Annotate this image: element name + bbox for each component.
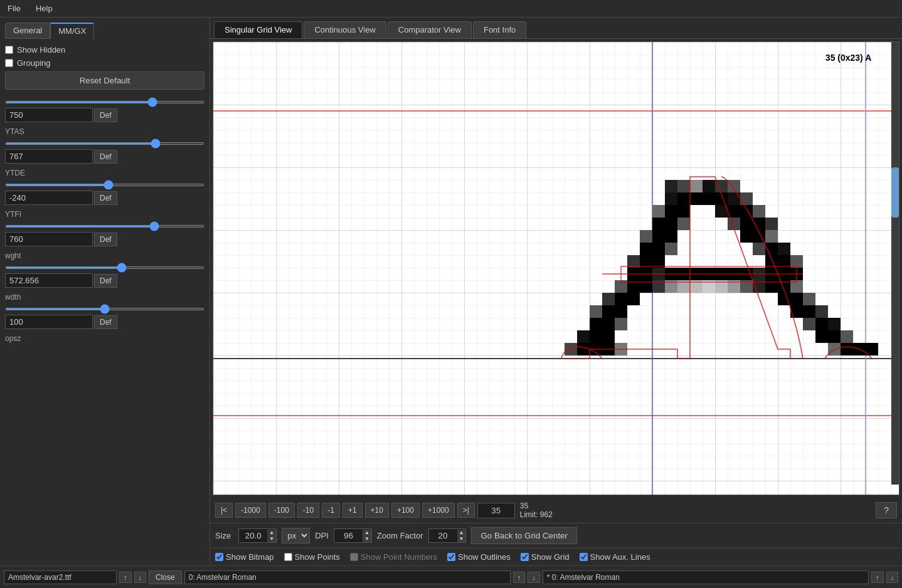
def-btn-1[interactable]: Def xyxy=(94,108,117,122)
svg-rect-96 xyxy=(803,318,815,330)
value-input-ytas[interactable] xyxy=(5,149,93,164)
slider-1[interactable] xyxy=(5,101,204,103)
bottom-font-down-arrow[interactable]: ↓ xyxy=(528,572,540,583)
value-input-wdth[interactable] xyxy=(5,315,93,329)
slider-label-ytas: YTAS xyxy=(5,127,204,136)
menu-file[interactable]: File xyxy=(5,3,23,14)
bottom-up-arrow[interactable]: ↑ xyxy=(119,572,132,583)
svg-rect-95 xyxy=(615,318,627,330)
bottom-bar: ↑ ↓ Close ↑ ↓ ↑ ↓ xyxy=(0,565,902,588)
font-left-input[interactable] xyxy=(184,570,511,584)
def-btn-wght[interactable]: Def xyxy=(94,274,117,288)
svg-rect-48 xyxy=(652,255,665,268)
zoom-input[interactable] xyxy=(429,529,457,542)
tab-comparator-view[interactable]: Comparator View xyxy=(388,21,472,38)
bottom-font-up-arrow[interactable]: ↑ xyxy=(513,572,526,583)
svg-rect-51 xyxy=(790,255,803,268)
nav-plus1-button[interactable]: +1 xyxy=(342,503,363,518)
show-point-numbers-checkbox[interactable] xyxy=(350,553,358,561)
svg-rect-19 xyxy=(740,192,753,205)
size-up-arrow[interactable]: ▲ xyxy=(267,530,276,536)
value-input-wght[interactable] xyxy=(5,273,93,288)
zoom-label: Zoom Factor xyxy=(377,531,423,540)
unit-select[interactable]: px pt xyxy=(282,528,310,543)
svg-rect-85 xyxy=(790,293,803,305)
nav-minus100-button[interactable]: -100 xyxy=(268,503,295,518)
size-stepper[interactable]: ▲ ▼ xyxy=(238,528,277,543)
value-input-ytfi[interactable] xyxy=(5,232,93,246)
zoom-down-arrow[interactable]: ▼ xyxy=(457,536,466,542)
show-bitmap-checkbox[interactable] xyxy=(215,553,223,561)
close-button[interactable]: Close xyxy=(149,570,182,584)
tab-font-info[interactable]: Font Info xyxy=(473,21,526,38)
sidebar: General MM/GX Show Hidden Grouping Reset… xyxy=(0,18,210,565)
nav-last-button[interactable]: >| xyxy=(457,503,475,518)
svg-rect-46 xyxy=(627,255,640,268)
canvas-container[interactable]: 35 (0x23) A xyxy=(213,41,899,495)
nav-display-value: 35 xyxy=(520,501,553,510)
svg-rect-12 xyxy=(728,180,740,192)
slider-ytas[interactable] xyxy=(5,142,204,145)
svg-rect-21 xyxy=(665,205,677,218)
slider-ytfi[interactable] xyxy=(5,225,204,228)
size-input[interactable] xyxy=(239,529,267,542)
show-hidden-row: Show Hidden xyxy=(5,45,204,55)
tab-general[interactable]: General xyxy=(5,23,50,39)
dpi-up-arrow[interactable]: ▲ xyxy=(363,530,371,536)
nav-plus100-button[interactable]: +100 xyxy=(391,503,420,518)
svg-rect-34 xyxy=(640,230,652,243)
svg-rect-13 xyxy=(665,192,677,205)
vertical-scrollbar[interactable] xyxy=(891,42,899,485)
zoom-stepper[interactable]: ▲ ▼ xyxy=(428,528,467,543)
grouping-checkbox[interactable] xyxy=(5,59,13,67)
menu-help[interactable]: Help xyxy=(33,3,55,14)
font-right-input[interactable] xyxy=(543,570,869,584)
show-aux-lines-checkbox[interactable] xyxy=(580,553,588,561)
slider-ytde[interactable] xyxy=(5,184,204,186)
show-hidden-label: Show Hidden xyxy=(17,45,65,55)
tab-continuous-view[interactable]: Continuous View xyxy=(304,21,386,38)
svg-text:35 (0x23) A: 35 (0x23) A xyxy=(825,53,871,63)
slider-wdth[interactable] xyxy=(5,308,204,310)
nav-plus10-button[interactable]: +10 xyxy=(365,503,389,518)
question-button[interactable]: ? xyxy=(876,502,897,518)
main-content: General MM/GX Show Hidden Grouping Reset… xyxy=(0,18,902,565)
nav-value-input[interactable] xyxy=(477,503,515,518)
def-btn-ytfi[interactable]: Def xyxy=(94,233,117,246)
svg-rect-26 xyxy=(753,205,765,218)
nav-minus1000-button[interactable]: -1000 xyxy=(235,503,266,518)
svg-rect-14 xyxy=(677,192,690,205)
dpi-input[interactable] xyxy=(334,529,363,542)
show-grid-checkbox[interactable] xyxy=(521,553,529,561)
value-input-1[interactable] xyxy=(5,108,93,122)
svg-rect-35 xyxy=(652,230,665,243)
show-points-checkbox[interactable] xyxy=(284,553,292,561)
show-points-label: Show Points xyxy=(295,552,340,562)
def-btn-ytde[interactable]: Def xyxy=(94,191,117,205)
value-input-ytde[interactable] xyxy=(5,191,93,205)
reset-default-button[interactable]: Reset Default xyxy=(5,71,204,90)
nav-first-button[interactable]: |< xyxy=(215,503,233,518)
show-hidden-checkbox[interactable] xyxy=(5,46,13,54)
nav-minus10-button[interactable]: -10 xyxy=(297,503,319,518)
def-btn-wdth[interactable]: Def xyxy=(94,315,117,329)
filename-input[interactable] xyxy=(4,570,117,584)
tab-mmgx[interactable]: MM/GX xyxy=(50,23,94,39)
grouping-row: Grouping xyxy=(5,58,204,68)
size-down-arrow[interactable]: ▼ xyxy=(267,536,276,542)
svg-rect-27 xyxy=(652,218,665,230)
tab-singular-grid-view[interactable]: Singular Grid View xyxy=(214,21,302,38)
svg-rect-41 xyxy=(652,243,665,255)
slider-wght[interactable] xyxy=(5,266,204,269)
nav-minus1-button[interactable]: -1 xyxy=(322,503,340,518)
nav-plus1000-button[interactable]: +1000 xyxy=(422,503,455,518)
zoom-up-arrow[interactable]: ▲ xyxy=(457,530,466,536)
dpi-stepper[interactable]: ▲ ▼ xyxy=(334,528,372,543)
go-back-to-grid-center-button[interactable]: Go Back to Grid Center xyxy=(471,527,577,544)
bottom-font2-down-arrow[interactable]: ↓ xyxy=(886,572,899,583)
dpi-down-arrow[interactable]: ▼ xyxy=(363,536,371,542)
show-outlines-checkbox[interactable] xyxy=(447,553,455,561)
def-btn-ytas[interactable]: Def xyxy=(94,150,117,164)
bottom-font2-up-arrow[interactable]: ↑ xyxy=(871,572,884,583)
bottom-down-arrow[interactable]: ↓ xyxy=(134,572,147,583)
